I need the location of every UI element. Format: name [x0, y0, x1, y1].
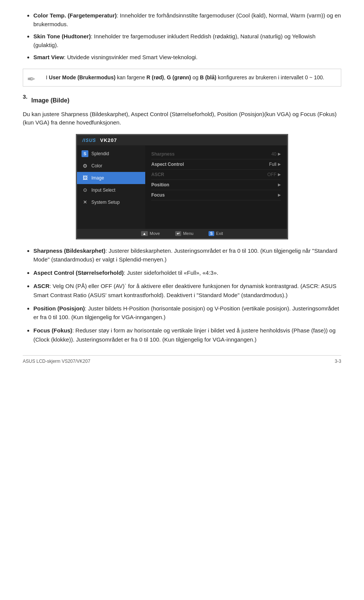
page-footer: ASUS LCD-skjerm VS207/VK207 3-3: [23, 355, 341, 364]
note-text: I User Mode (Brukermodus) kan fargene R …: [46, 74, 335, 82]
color-icon: ⚙: [82, 162, 88, 169]
bullet3-rest: : Utvidede visningsvinkler med Smart Vie…: [64, 54, 198, 60]
section3-intro: Du kan justere Sharpness (Bildeskarphet)…: [23, 110, 341, 127]
arrow-right-icon3: ▶: [278, 172, 281, 176]
footer-menu: ↵ Menu: [175, 231, 194, 236]
position-name: Position: [151, 182, 169, 187]
desc-position: Position (Posisjon): Juster bildets H-Po…: [33, 304, 341, 322]
note-icon: ✒: [27, 73, 36, 85]
bullet2-bold: Skin Tone (Hudtoner): [33, 33, 91, 39]
move-icon: ▲: [141, 231, 148, 236]
focus-value: ▶: [278, 193, 281, 197]
desc-ascr-bold: ASCR: [33, 283, 50, 289]
splendid-label: Splendid: [91, 151, 109, 156]
sharpness-name: Sharpness: [151, 151, 174, 157]
osd-menu-system-setup: ✕ System Setup: [77, 196, 145, 208]
exit-label: Exit: [216, 231, 223, 236]
desc-aspect-rest: : Juster sideforholdet til «Full», «4:3»…: [124, 269, 218, 276]
osd-menu-splendid: S Splendid: [77, 148, 145, 160]
desc-sharpness-bold: Sharpness (Bildeskarphet): [33, 247, 105, 254]
color-label: Color: [91, 163, 102, 169]
desc-aspect-control: Aspect Control (Størrelseforhold): Juste…: [33, 268, 341, 277]
param-focus: Focus ▶: [151, 190, 281, 200]
osd-body: S Splendid ⚙ Color 🖼 Image ⊙ Input Selec…: [77, 145, 287, 229]
osd-left-menu: S Splendid ⚙ Color 🖼 Image ⊙ Input Selec…: [77, 145, 145, 229]
section3-header: 3. Image (Bilde): [23, 93, 341, 107]
param-ascr: ASCR OFF ▶: [151, 170, 281, 180]
bullet3-bold: Smart View: [33, 54, 64, 60]
input-select-label: Input Select: [91, 187, 115, 193]
splendid-icon: S: [82, 150, 88, 157]
osd-menu-color: ⚙ Color: [77, 160, 145, 172]
focus-name: Focus: [151, 192, 165, 198]
list-item: Skin Tone (Hudtoner): Inneholder tre far…: [33, 32, 341, 49]
footer-exit: S Exit: [209, 231, 223, 236]
position-value: ▶: [278, 183, 281, 187]
arrow-right-icon5: ▶: [278, 193, 281, 197]
param-position: Position ▶: [151, 180, 281, 190]
section3-title: Image (Bilde): [31, 97, 69, 104]
footer-move: ▲ Move: [141, 231, 160, 236]
aspect-control-name: Aspect Control: [151, 162, 184, 167]
osd-footer: ▲ Move ↵ Menu S Exit: [77, 229, 287, 238]
menu-label: Menu: [183, 231, 194, 236]
top-bullet-list: Color Temp. (Fargetemperatur): Inneholde…: [23, 11, 341, 62]
sharpness-value: 40 ▶: [271, 151, 281, 157]
aspect-control-value: Full ▶: [269, 162, 281, 167]
system-setup-label: System Setup: [91, 200, 120, 205]
desc-ascr-rest: : Velg ON (PÅ) eller OFF (AV)` for å akt…: [33, 283, 336, 298]
system-setup-icon: ✕: [82, 199, 88, 206]
osd-screen: /ISUS VK207 S Splendid ⚙ Color 🖼 Image: [76, 134, 288, 239]
bullet1-bold: Color Temp. (Fargetemperatur): [33, 12, 117, 19]
ascr-name: ASCR: [151, 172, 164, 177]
menu-icon: ↵: [175, 231, 181, 236]
image-icon: 🖼: [82, 175, 88, 181]
param-aspect-control: Aspect Control Full ▶: [151, 159, 281, 170]
note-box: ✒ I User Mode (Brukermodus) kan fargene …: [23, 69, 341, 87]
footer-right: 3-3: [335, 359, 341, 364]
desc-focus-rest: : Reduser støy i form av horisontale og …: [33, 327, 336, 342]
arrow-right-icon: ▶: [278, 152, 281, 156]
osd-menu-input-select: ⊙ Input Select: [77, 184, 145, 196]
osd-model: VK207: [100, 137, 117, 143]
arrow-right-icon2: ▶: [278, 162, 281, 166]
desc-sharpness: Sharpness (Bildeskarphet): Justerer bild…: [33, 246, 341, 264]
move-label: Move: [150, 231, 160, 236]
list-item: Color Temp. (Fargetemperatur): Inneholde…: [33, 11, 341, 28]
osd-menu-image: 🖼 Image: [77, 172, 145, 184]
ascr-value: OFF ▶: [267, 172, 281, 177]
osd-logo: /ISUS VK207: [82, 137, 117, 143]
exit-icon: S: [209, 231, 214, 236]
desc-ascr: ASCR: Velg ON (PÅ) eller OFF (AV)` for å…: [33, 282, 341, 299]
input-select-icon: ⊙: [82, 187, 88, 194]
osd-header: /ISUS VK207: [77, 135, 287, 145]
desc-aspect-bold: Aspect Control (Størrelseforhold): [33, 269, 124, 276]
osd-right-params: Sharpness 40 ▶ Aspect Control Full ▶ ASC…: [145, 145, 287, 229]
page-content: Color Temp. (Fargetemperatur): Inneholde…: [23, 11, 341, 364]
desc-position-bold: Position (Posisjon): [33, 305, 85, 312]
footer-left: ASUS LCD-skjerm VS207/VK207: [23, 359, 90, 364]
list-item: Smart View: Utvidede visningsvinkler med…: [33, 53, 341, 62]
param-sharpness: Sharpness 40 ▶: [151, 149, 281, 159]
image-label: Image: [91, 175, 104, 181]
section3-number: 3.: [23, 93, 28, 100]
desc-focus-bold: Focus (Fokus): [33, 327, 72, 334]
arrow-right-icon4: ▶: [278, 183, 281, 187]
desc-focus: Focus (Fokus): Reduser støy i form av ho…: [33, 326, 341, 344]
bottom-bullet-list: Sharpness (Bildeskarphet): Justerer bild…: [23, 246, 341, 344]
